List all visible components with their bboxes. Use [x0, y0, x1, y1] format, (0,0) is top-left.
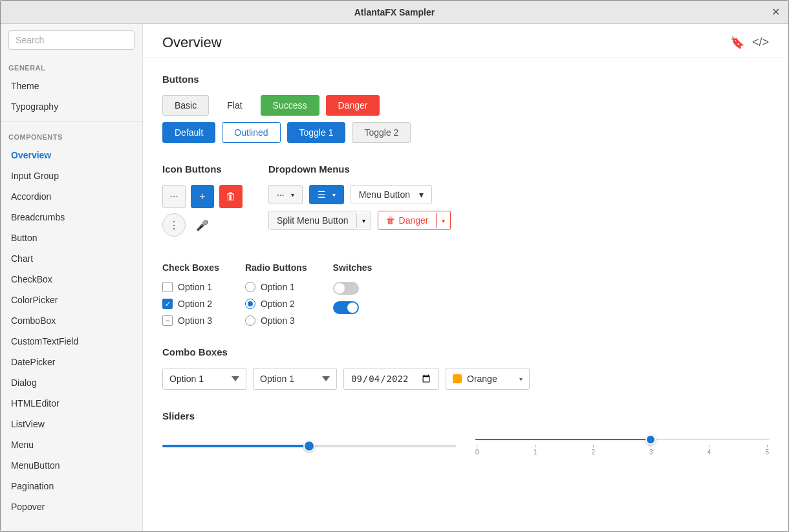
- checkbox-1-label: Option 1: [178, 282, 212, 292]
- content-area: Buttons Basic Flat Success Danger Defaul…: [143, 58, 788, 492]
- sidebar-item-typography[interactable]: Typography: [1, 96, 142, 117]
- plus-btn[interactable]: +: [191, 185, 214, 208]
- icon-dropdown-section: Icon Buttons ··· + 🗑 ⋮ 🎤 Dropd: [162, 164, 769, 242]
- outlined-button[interactable]: Outlined: [222, 122, 280, 143]
- radio-3[interactable]: [245, 315, 255, 326]
- main-header: Overview 🔖 </>: [143, 24, 788, 58]
- close-button[interactable]: ✕: [769, 6, 782, 19]
- checkboxes-title: Check Boxes: [162, 262, 219, 273]
- page-title: Overview: [162, 34, 222, 51]
- sidebar-item-input-group[interactable]: Input Group: [1, 165, 142, 186]
- sidebar-item-colorpicker[interactable]: ColorPicker: [1, 290, 142, 310]
- sidebar-item-menubutton[interactable]: MenuButton: [1, 455, 142, 476]
- radio-1[interactable]: [245, 282, 255, 292]
- ellipsis-btn[interactable]: ···: [162, 185, 186, 208]
- success-button[interactable]: Success: [261, 95, 319, 116]
- components-section-label: COMPONENTS: [1, 125, 142, 145]
- switches-col: Switches: [333, 262, 373, 326]
- radio-option2: Option 2: [245, 299, 307, 309]
- menu-button-arrow: ▾: [419, 189, 424, 200]
- switch-2[interactable]: [333, 301, 359, 314]
- toggle2-button[interactable]: Toggle 2: [352, 122, 411, 143]
- default-button[interactable]: Default: [162, 122, 215, 143]
- icon-buttons-title: Icon Buttons: [162, 164, 243, 175]
- mic-btn[interactable]: 🎤: [191, 213, 214, 237]
- menu-dropdown-btn[interactable]: ☰ ▾: [309, 185, 344, 204]
- ellipsis-circle-btn[interactable]: ⋮: [162, 213, 186, 237]
- slider-1[interactable]: [162, 445, 456, 447]
- app-window: AtlantaFX Sampler ✕ GENERAL Theme Typogr…: [0, 0, 789, 532]
- main-content: Overview 🔖 </> Buttons Basic Flat Succes…: [143, 24, 788, 531]
- dropdown-row-1: ··· ▾ ☰ ▾ Menu Button ▾: [268, 185, 451, 204]
- tick-3: 3: [649, 445, 653, 456]
- general-section-label: GENERAL: [1, 56, 142, 76]
- radio-buttons-col: Radio Buttons Option 1 Option 2: [245, 262, 307, 326]
- delete-btn[interactable]: 🗑: [219, 185, 243, 208]
- code-icon[interactable]: </>: [752, 36, 769, 50]
- switch-1-thumb: [334, 283, 345, 293]
- check-radio-switches-section: Check Boxes Option 1 ✓ Option 2 −: [162, 262, 769, 326]
- checkbox-2[interactable]: ✓: [162, 299, 173, 309]
- combo-select-1[interactable]: Option 1 Option 2 Option 3: [162, 368, 246, 390]
- combo-boxes-section: Combo Boxes Option 1 Option 2 Option 3 O…: [162, 346, 769, 390]
- split-menu-main-label[interactable]: Split Menu Button: [269, 211, 356, 229]
- checkbox-option1: Option 1: [162, 282, 219, 292]
- sidebar-item-theme[interactable]: Theme: [1, 76, 142, 96]
- split-menu-button[interactable]: Split Menu Button ▾: [268, 211, 371, 230]
- sidebar-item-htmleditor[interactable]: HTMLEditor: [1, 393, 142, 414]
- slider-2-wrap: 0 1 2 3 4 5: [475, 432, 769, 456]
- tick-0: 0: [475, 445, 479, 456]
- dropdown-menus-subsection: Dropdown Menus ··· ▾ ☰ ▾: [268, 164, 451, 242]
- checkbox-3[interactable]: −: [162, 315, 173, 326]
- danger-button[interactable]: Danger: [326, 95, 380, 116]
- switch-2-thumb: [347, 303, 358, 313]
- sidebar-item-popover[interactable]: Popover: [1, 496, 142, 517]
- color-label: Orange: [467, 374, 497, 384]
- sidebar-item-button[interactable]: Button: [1, 228, 142, 248]
- sidebar-item-dialog[interactable]: Dialog: [1, 372, 142, 393]
- combo-select-2[interactable]: Option 1 Option 2 Option 3: [253, 368, 337, 390]
- sidebar-item-customtextfield[interactable]: CustomTextField: [1, 331, 142, 352]
- danger-split-arrow[interactable]: ▾: [436, 213, 450, 228]
- sidebar-item-datepicker[interactable]: DatePicker: [1, 352, 142, 372]
- switch-1-item: [333, 282, 373, 295]
- switch-1[interactable]: [333, 282, 359, 295]
- radio-3-label: Option 3: [261, 315, 295, 326]
- danger-split-button[interactable]: 🗑 Danger ▾: [378, 211, 451, 230]
- check-radio-row: Check Boxes Option 1 ✓ Option 2 −: [162, 262, 769, 326]
- flat-button[interactable]: Flat: [215, 96, 254, 115]
- radio-2-label: Option 2: [261, 299, 295, 309]
- basic-button[interactable]: Basic: [162, 95, 209, 116]
- ellipsis-dropdown-btn[interactable]: ··· ▾: [268, 185, 303, 204]
- sidebar-item-pagination[interactable]: Pagination: [1, 476, 142, 496]
- radio-option3: Option 3: [245, 315, 307, 326]
- menu-dropdown-arrow: ▾: [332, 191, 336, 198]
- search-input[interactable]: [8, 30, 135, 50]
- radio-2[interactable]: [245, 299, 255, 309]
- toggle1-button[interactable]: Toggle 1: [287, 122, 346, 143]
- menu-button-dropdown[interactable]: Menu Button ▾: [351, 185, 432, 204]
- slider-1-wrap: [162, 439, 456, 449]
- radio-option1: Option 1: [245, 282, 307, 292]
- sidebar-item-overview[interactable]: Overview: [1, 145, 142, 165]
- title-bar: AtlantaFX Sampler ✕: [1, 1, 788, 24]
- sidebar-item-checkbox[interactable]: CheckBox: [1, 269, 142, 290]
- sidebar-item-chart[interactable]: Chart: [1, 248, 142, 269]
- slider-2[interactable]: [475, 439, 769, 440]
- color-combo-arrow: ▾: [519, 376, 523, 383]
- sidebar-item-combobox[interactable]: ComboBox: [1, 310, 142, 331]
- danger-split-main[interactable]: 🗑 Danger: [378, 211, 437, 229]
- sliders-section: Sliders 0 1 2 3 4: [162, 410, 769, 456]
- radio-1-label: Option 1: [261, 282, 295, 292]
- buttons-row-1: Basic Flat Success Danger: [162, 95, 769, 116]
- sidebar-item-listview[interactable]: ListView: [1, 414, 142, 434]
- checkbox-1[interactable]: [162, 282, 173, 292]
- split-menu-arrow[interactable]: ▾: [356, 213, 371, 228]
- color-combo[interactable]: Orange ▾: [446, 368, 530, 390]
- bookmark-icon[interactable]: 🔖: [730, 36, 744, 50]
- sidebar-item-accordion[interactable]: Accordion: [1, 186, 142, 207]
- sidebar-item-menu[interactable]: Menu: [1, 434, 142, 455]
- date-picker-input[interactable]: [343, 368, 439, 390]
- menu-button-label: Menu Button: [359, 189, 410, 200]
- sidebar-item-breadcrumbs[interactable]: Breadcrumbs: [1, 207, 142, 228]
